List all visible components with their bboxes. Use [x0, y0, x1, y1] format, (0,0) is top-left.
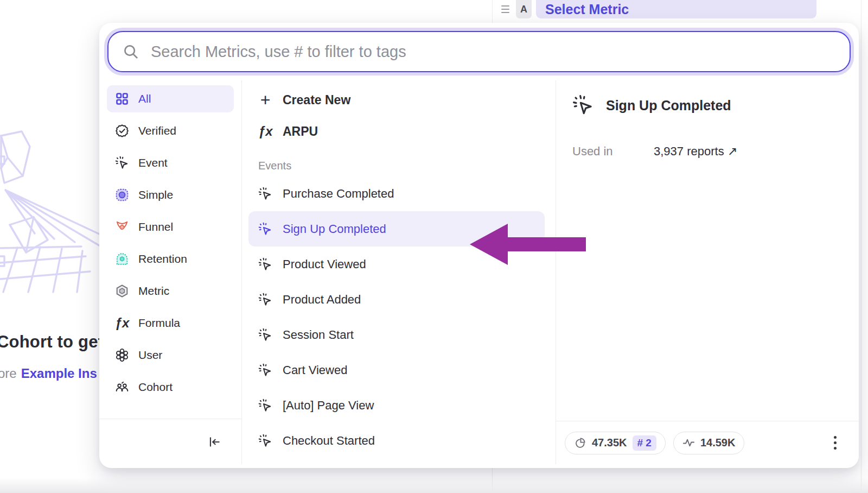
list-item-label: Product Added: [283, 293, 361, 307]
list-item-checkout-started[interactable]: Checkout Started: [248, 423, 545, 458]
sidebar-item-label: All: [138, 92, 151, 105]
total-count-pill[interactable]: 47.35K # 2: [565, 432, 666, 454]
background-link-line: oreExample Ins: [0, 366, 97, 381]
dialog-content: All Verified Event Simple Funnel: [99, 80, 859, 464]
collapse-left-icon[interactable]: [203, 431, 225, 453]
event-icon: [258, 293, 272, 307]
grid-icon: [115, 92, 129, 106]
event-icon: [258, 363, 272, 377]
sidebar-item-label: Formula: [138, 317, 180, 330]
event-icon: [258, 434, 272, 448]
sidebar-item-label: Funnel: [138, 220, 173, 233]
event-icon: [258, 187, 272, 201]
background-wireframe-illustration: [0, 121, 108, 300]
list-item-label: ARPU: [283, 124, 318, 139]
sidebar-item-label: Cohort: [138, 381, 173, 394]
verified-seal-icon: [115, 124, 129, 138]
select-metric-label: Select Metric: [545, 2, 629, 17]
metric-detail-panel: Sign Up Completed Used in 3,937 reports …: [556, 80, 859, 464]
list-item-purchase-completed[interactable]: Purchase Completed: [248, 176, 545, 211]
unique-count-pill[interactable]: 14.59K: [673, 432, 745, 454]
event-icon: [115, 156, 129, 170]
plus-icon: +: [258, 91, 272, 109]
sidebar-footer: [99, 419, 241, 464]
event-icon: [258, 328, 272, 342]
sidebar-item-label: Retention: [138, 252, 187, 266]
category-sidebar: All Verified Event Simple Funnel: [99, 80, 242, 464]
list-item-label: Session Start: [283, 328, 354, 342]
series-a-badge[interactable]: A: [516, 0, 532, 18]
event-icon: [572, 94, 594, 116]
sidebar-item-label: User: [138, 349, 162, 362]
create-new-button[interactable]: + Create New: [248, 86, 545, 114]
sidebar-item-label: Metric: [138, 285, 169, 298]
pulse-icon: [682, 437, 695, 449]
formula-fx-icon: ƒx: [115, 316, 129, 330]
sidebar-item-cohort[interactable]: Cohort: [107, 374, 234, 401]
sidebar-item-funnel[interactable]: Funnel: [107, 213, 234, 241]
list-item-session-start[interactable]: Session Start: [248, 317, 545, 352]
list-item-label: Cart Viewed: [283, 363, 347, 377]
create-new-label: Create New: [283, 93, 350, 108]
sidebar-item-label: Simple: [138, 188, 173, 201]
sidebar-item-all[interactable]: All: [107, 85, 234, 112]
sidebar-item-label: Event: [138, 156, 168, 169]
sidebar-item-verified[interactable]: Verified: [107, 117, 234, 144]
user-cluster-icon: [115, 348, 129, 362]
example-insights-link[interactable]: Example Ins: [21, 366, 97, 381]
list-item-label: Sign Up Completed: [283, 222, 386, 236]
unique-count-value: 14.59K: [700, 437, 736, 449]
used-in-reports-link[interactable]: 3,937 reports ↗: [654, 144, 737, 159]
category-list: All Verified Event Simple Funnel: [99, 80, 241, 419]
metric-row-header: A Select Metric: [493, 0, 861, 18]
metric-hexagon-icon: [115, 284, 129, 298]
sidebar-item-formula[interactable]: ƒx Formula: [107, 309, 234, 337]
list-item-label: Product Viewed: [283, 257, 366, 271]
formula-fx-icon: ƒx: [258, 125, 272, 138]
metric-detail-title: Sign Up Completed: [606, 98, 731, 113]
sidebar-item-label: Verified: [138, 124, 176, 137]
used-in-label: Used in: [572, 144, 654, 159]
funnel-icon: [115, 220, 129, 234]
list-item-product-viewed[interactable]: Product Viewed: [248, 246, 545, 282]
event-icon: [258, 257, 272, 271]
drag-handle-icon[interactable]: [501, 5, 509, 13]
search-input[interactable]: [151, 43, 835, 61]
rank-badge: # 2: [633, 435, 656, 451]
total-count-value: 47.35K: [592, 437, 627, 449]
event-icon: [258, 222, 272, 236]
search-box[interactable]: [107, 31, 851, 72]
list-item-label: Purchase Completed: [283, 187, 394, 201]
select-metric-chip[interactable]: Select Metric: [536, 0, 816, 18]
list-item-sign-up-completed[interactable]: Sign Up Completed: [248, 211, 545, 246]
list-item-label: Checkout Started: [283, 434, 375, 448]
more-options-kebab-icon[interactable]: [825, 433, 845, 453]
sidebar-item-user[interactable]: User: [107, 342, 234, 369]
retention-icon: [115, 252, 129, 266]
list-item-label: [Auto] Page View: [283, 399, 374, 413]
list-item-product-added[interactable]: Product Added: [248, 282, 545, 317]
sidebar-item-retention[interactable]: Retention: [107, 245, 234, 273]
simple-icon: [115, 188, 129, 202]
events-section-label: Events: [248, 155, 545, 176]
link-prefix-text: ore: [0, 366, 17, 381]
event-icon: [258, 399, 272, 413]
list-item-cart-viewed[interactable]: Cart Viewed: [248, 352, 545, 388]
search-area: [99, 23, 859, 72]
list-item-auto-page-view[interactable]: [Auto] Page View: [248, 388, 545, 423]
pie-chart-icon: [574, 437, 586, 449]
metric-list: + Create New ƒx ARPU Events Purchase Com…: [242, 80, 556, 464]
detail-footer: 47.35K # 2 14.59K: [556, 421, 859, 464]
cohort-people-icon: [115, 380, 129, 394]
sidebar-item-simple[interactable]: Simple: [107, 181, 234, 208]
sidebar-item-event[interactable]: Event: [107, 149, 234, 176]
search-icon: [123, 43, 139, 60]
sidebar-item-metric[interactable]: Metric: [107, 277, 234, 305]
list-item-arpu[interactable]: ƒx ARPU: [248, 117, 545, 146]
select-metric-dialog: All Verified Event Simple Funnel: [99, 23, 859, 468]
